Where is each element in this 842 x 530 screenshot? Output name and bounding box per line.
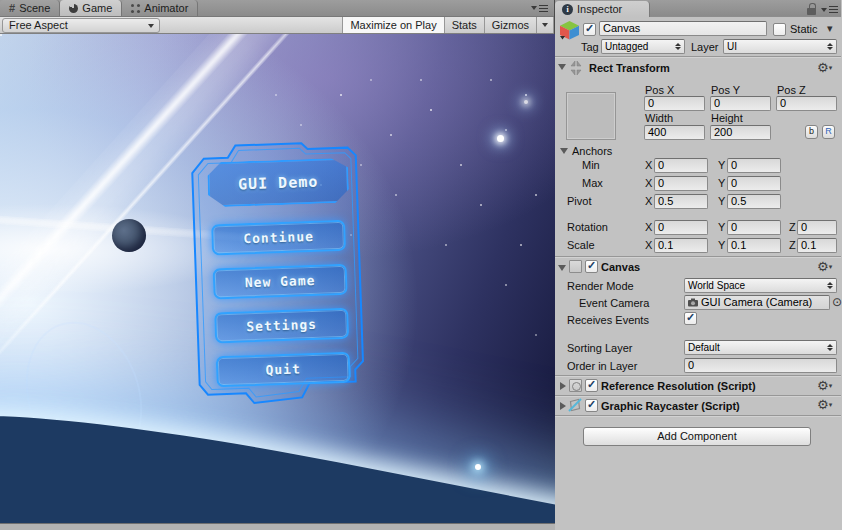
rotation-x-field[interactable]: 0 (654, 220, 708, 235)
spinner-down-icon (675, 47, 681, 50)
aspect-dropdown[interactable]: Free Aspect (2, 18, 160, 33)
inspector-menu-icon[interactable] (821, 6, 838, 13)
anchor-min-x-field[interactable]: 0 (654, 158, 708, 173)
maximize-on-play-label: Maximize on Play (350, 19, 436, 31)
canvas-gear-icon[interactable]: ⚙▾ (817, 260, 832, 273)
object-picker-icon[interactable]: ⊙ (832, 296, 842, 308)
tab-animator-label: Animator (144, 2, 188, 14)
anchor-max-x-field[interactable]: 0 (654, 176, 708, 191)
reference-resolution-checkbox[interactable] (585, 379, 598, 392)
axis-x-label: X (645, 221, 652, 234)
divider (555, 375, 841, 376)
anchor-max-y-field[interactable]: 0 (727, 176, 781, 191)
inspector-panel: i Inspector Canvas Static ▾ Tag Untagged… (555, 0, 841, 530)
graphic-raycaster-checkbox[interactable] (585, 399, 598, 412)
event-camera-object-field[interactable]: GUI Camera (Camera) (684, 295, 830, 310)
rect-transform-icon (568, 60, 584, 76)
graphic-raycaster-foldout[interactable] (560, 402, 566, 410)
canvas-component-icon (569, 260, 582, 273)
stars (0, 34, 2, 36)
tag-value: Untagged (605, 41, 648, 52)
stats-button[interactable]: Stats (445, 17, 485, 33)
order-in-layer-field[interactable]: 0 (684, 358, 837, 373)
raw-edit-mode-button[interactable]: R (822, 125, 835, 139)
add-component-button[interactable]: Add Component (583, 427, 811, 446)
scale-label: Scale (567, 239, 595, 252)
spinner-up-icon (827, 43, 833, 46)
axis-x-label: X (645, 195, 652, 208)
rect-transform-gear-icon[interactable]: ⚙▾ (817, 61, 832, 74)
gameobject-active-checkbox[interactable] (583, 23, 596, 36)
bright-star (524, 100, 528, 104)
tab-animator[interactable]: Animator (122, 0, 198, 16)
anchor-min-y-field[interactable]: 0 (727, 158, 781, 173)
camera-icon (688, 298, 698, 307)
rotation-z-field[interactable]: 0 (797, 220, 837, 235)
pos-z-field[interactable]: 0 (776, 96, 837, 111)
tag-dropdown[interactable]: Untagged (601, 39, 685, 54)
width-field[interactable]: 400 (644, 125, 705, 140)
height-field[interactable]: 200 (710, 125, 771, 140)
settings-button[interactable]: Settings (214, 308, 349, 344)
anchor-max-label: Max (582, 177, 603, 190)
gameobject-cube-icon[interactable] (559, 20, 580, 40)
game-view-toolbar: Free Aspect Maximize on Play Stats Gizmo… (0, 17, 554, 34)
rect-transform-foldout[interactable] (558, 64, 566, 70)
continue-button[interactable]: Continue (211, 220, 346, 256)
render-mode-dropdown[interactable]: World Space (684, 278, 837, 293)
info-icon: i (562, 4, 573, 15)
sorting-layer-value: Default (688, 342, 720, 353)
hamburger-icon (829, 6, 838, 13)
gameobject-name-field[interactable]: Canvas (599, 21, 767, 36)
scale-z-field[interactable]: 0.1 (797, 238, 837, 253)
anchor-preview-box[interactable] (566, 92, 616, 140)
pivot-y-field[interactable]: 0.5 (727, 194, 781, 209)
receives-events-checkbox[interactable] (684, 312, 697, 325)
layer-value: UI (727, 41, 737, 52)
gizmos-dropdown-arrow[interactable] (537, 17, 554, 33)
gizmos-button[interactable]: Gizmos (485, 17, 537, 33)
pos-y-field[interactable]: 0 (710, 96, 771, 111)
pos-x-field[interactable]: 0 (644, 96, 705, 111)
game-panel-bottom-strip (0, 523, 555, 530)
static-checkbox[interactable] (773, 23, 786, 36)
reference-resolution-foldout[interactable] (560, 382, 566, 390)
static-dropdown-icon[interactable]: ▾ (827, 22, 833, 35)
spinner-down-icon (827, 348, 833, 351)
new-game-button[interactable]: New Game (213, 264, 348, 300)
tab-inspector-label: Inspector (577, 3, 622, 15)
anchors-label: Anchors (572, 145, 612, 158)
canvas-enabled-checkbox[interactable] (585, 260, 598, 273)
maximize-on-play-button[interactable]: Maximize on Play (343, 17, 444, 33)
sorting-layer-dropdown[interactable]: Default (684, 340, 837, 355)
lock-icon[interactable] (807, 8, 816, 15)
bright-star (497, 135, 504, 142)
tab-scene[interactable]: # Scene (0, 0, 60, 16)
static-label: Static (790, 23, 818, 36)
axis-y-label: Y (718, 221, 725, 234)
tab-game[interactable]: Game (60, 0, 122, 16)
axis-y-label: Y (718, 239, 725, 252)
canvas-foldout[interactable] (558, 265, 566, 271)
pivot-x-field[interactable]: 0.5 (654, 194, 708, 209)
scale-x-field[interactable]: 0.1 (654, 238, 708, 253)
graphic-raycaster-gear-icon[interactable]: ⚙▾ (817, 398, 832, 411)
tag-label: Tag (581, 41, 599, 54)
dropdown-triangle-icon (821, 8, 827, 12)
anchors-foldout[interactable] (560, 148, 568, 154)
panel-menu-icon[interactable] (531, 5, 548, 12)
axis-x-label: X (645, 159, 652, 172)
order-in-layer-label: Order in Layer (567, 360, 637, 373)
reference-resolution-gear-icon[interactable]: ⚙▾ (817, 379, 832, 392)
axis-z-label: Z (789, 239, 796, 252)
tab-inspector[interactable]: i Inspector (555, 1, 650, 17)
game-panel-tab-bar: # Scene Game Animator (0, 0, 554, 17)
rotation-y-field[interactable]: 0 (727, 220, 781, 235)
bright-star (475, 464, 481, 470)
height-label: Height (711, 112, 743, 125)
scale-y-field[interactable]: 0.1 (727, 238, 781, 253)
quit-button[interactable]: Quit (216, 352, 351, 388)
blueprint-mode-button[interactable]: b (805, 125, 818, 139)
axis-y-label: Y (718, 159, 725, 172)
layer-dropdown[interactable]: UI (723, 39, 837, 54)
